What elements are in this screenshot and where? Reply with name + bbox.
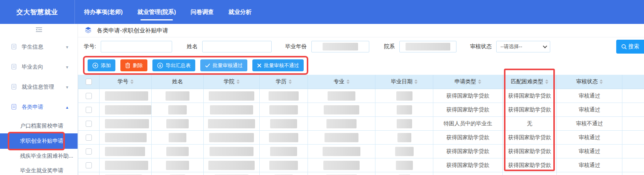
- sort-icon[interactable]: [130, 79, 134, 84]
- redacted-cell: [323, 161, 360, 170]
- table-row: 特困人员中的毕业生 无 审核不通过: [78, 117, 644, 131]
- sort-icon[interactable]: [414, 79, 418, 84]
- top-header: 交大智慧就业 待办事项(老师) 就业管理(院系) 问卷调查 就业分析: [0, 0, 644, 24]
- sidebar-item-employment-info-management[interactable]: 就业信息管理 ▼: [0, 77, 78, 97]
- check-icon: [205, 63, 210, 68]
- col-header-apply-type[interactable]: 申请类型: [433, 75, 503, 89]
- difficulty-type-cell: 无: [503, 117, 557, 131]
- redacted-cell: [105, 147, 145, 156]
- page-title: 各类申请-求职创业补贴申请: [97, 27, 168, 34]
- redacted-cell: [269, 105, 298, 114]
- difficulty-type-cell: 获得国家助学贷款: [503, 158, 557, 172]
- redacted-cell: [269, 133, 298, 142]
- redacted-cell: [328, 91, 355, 101]
- apply-type-cell: 获得国家助学贷款: [433, 158, 503, 172]
- sidebar-item-job-seeking-subsidy-application[interactable]: 求职创业补贴申请: [0, 133, 78, 149]
- col-header-college[interactable]: 学院: [204, 75, 260, 89]
- col-header-difficulty-type[interactable]: 匹配困难类型: [503, 75, 557, 89]
- row-checkbox[interactable]: [86, 93, 92, 99]
- tab-todo-teacher[interactable]: 待办事项(老师): [84, 0, 123, 24]
- col-header-audit-status[interactable]: 审核状态: [557, 75, 622, 89]
- audit-status-cell: 审核不通过: [557, 117, 622, 131]
- applications-table: 学号 姓名 学院 学历 专业 毕业日期 申请类型 匹配困难类型 审核状态: [78, 75, 644, 175]
- tab-employment-management[interactable]: 就业管理(院系): [137, 0, 176, 24]
- grad-year-input[interactable]: [311, 41, 369, 52]
- select-all-checkbox[interactable]: [86, 79, 92, 85]
- document-icon: [11, 44, 17, 51]
- redacted-value: [323, 43, 358, 50]
- audit-status-cell: 审核通过: [557, 145, 622, 158]
- trash-icon: [125, 62, 130, 68]
- redacted-cell: [105, 161, 148, 170]
- col-header-graduation-date[interactable]: 毕业日期: [375, 75, 433, 89]
- chevron-down-icon: ▼: [65, 65, 69, 69]
- redacted-cell: [166, 91, 189, 101]
- redacted-cell: [397, 133, 411, 142]
- sidebar-item-hukou-archive-application[interactable]: 户口档案留校申请: [0, 119, 78, 133]
- sidebar-item-graduate-employment-award[interactable]: 毕业生就业奖申请: [0, 163, 78, 175]
- department-input[interactable]: [399, 41, 456, 52]
- col-header-major[interactable]: 专业: [308, 75, 375, 89]
- name-label: 姓名: [187, 43, 198, 50]
- sort-icon[interactable]: [237, 79, 240, 84]
- redacted-cell: [395, 147, 414, 156]
- row-checkbox[interactable]: [86, 121, 92, 127]
- collapse-sidebar-icon[interactable]: [35, 27, 42, 34]
- row-checkbox[interactable]: [86, 162, 92, 168]
- table-row: 获得国家助学贷款 获得国家助学贷款 审核通过: [78, 131, 644, 145]
- audit-status-select[interactable]: --请选择--: [496, 41, 550, 52]
- student-id-label: 学号:: [84, 43, 96, 50]
- row-checkbox[interactable]: [86, 135, 92, 141]
- row-checkbox[interactable]: [86, 148, 92, 155]
- sidebar-item-applications[interactable]: 各类申请 ▲: [0, 97, 78, 117]
- difficulty-type-cell: 获得国家助学贷款: [503, 131, 557, 145]
- annotation-box-toolbar: 添加 删除 导出汇总表: [83, 56, 308, 75]
- filter-bar: 学号: 姓名 毕业年份 院系 审核状态 --请选择--: [78, 37, 644, 56]
- chevron-up-icon: ▲: [65, 105, 69, 109]
- chevron-down-icon: ▼: [65, 45, 69, 49]
- tab-employment-analysis[interactable]: 就业分析: [228, 0, 252, 24]
- main-content: 各类申请-求职创业补贴申请 学号: 姓名 毕业年份 院系 审核状态 --请选择: [78, 24, 644, 175]
- apply-type-cell: 获得国家助学贷款: [433, 103, 503, 117]
- col-header-degree[interactable]: 学历: [260, 75, 308, 89]
- tab-questionnaire[interactable]: 问卷调查: [191, 0, 214, 24]
- apply-type-cell: 特困人员中的毕业生: [433, 117, 503, 131]
- difficulty-type-cell: 获得国家助学贷款: [503, 89, 557, 103]
- top-nav-tabs: 待办事项(老师) 就业管理(院系) 问卷调查 就业分析: [84, 0, 252, 24]
- sort-icon[interactable]: [289, 79, 292, 84]
- sort-icon[interactable]: [600, 79, 603, 84]
- sidebar-item-graduation-destination[interactable]: 毕业去向 ▼: [0, 57, 78, 77]
- col-header-name[interactable]: 姓名: [152, 75, 204, 89]
- sort-icon[interactable]: [545, 79, 548, 84]
- apply-type-cell: 获得国家助学贷款: [433, 145, 503, 158]
- audit-status-label: 审核状态: [470, 43, 492, 50]
- redacted-cell: [269, 91, 299, 101]
- chevron-down-icon: ▼: [65, 85, 69, 89]
- audit-status-cell: 审核通过: [557, 131, 622, 145]
- sort-icon[interactable]: [478, 79, 481, 84]
- redacted-cell: [323, 147, 360, 156]
- search-button[interactable]: 搜索: [616, 40, 644, 54]
- redacted-cell: [208, 161, 255, 170]
- sort-icon[interactable]: [347, 79, 350, 84]
- name-input[interactable]: [202, 41, 272, 52]
- redacted-cell: [270, 119, 297, 128]
- layers-icon: [85, 26, 92, 35]
- redacted-cell: [166, 147, 189, 156]
- add-button[interactable]: 添加: [88, 59, 115, 71]
- sidebar-item-student-info[interactable]: 学生信息 ▼: [0, 37, 78, 57]
- redacted-cell: [270, 147, 297, 156]
- batch-approve-button[interactable]: 批量审核通过: [200, 59, 247, 71]
- redacted-cell: [396, 161, 413, 170]
- batch-reject-button[interactable]: 批量审核不通过: [252, 59, 304, 71]
- student-id-input[interactable]: [101, 41, 172, 52]
- row-checkbox[interactable]: [86, 107, 92, 113]
- delete-button[interactable]: 删除: [120, 59, 147, 71]
- col-header-student-id[interactable]: 学号: [100, 75, 152, 89]
- export-summary-button[interactable]: 导出汇总表: [152, 59, 195, 71]
- redacted-cell: [396, 91, 412, 101]
- sidebar-item-disabled-graduate-subsidy[interactable]: 残疾毕业生困难补助...: [0, 149, 78, 163]
- difficulty-type-cell: 获得国家助学贷款: [503, 145, 557, 158]
- document-icon: [11, 104, 17, 111]
- redacted-cell: [269, 161, 298, 170]
